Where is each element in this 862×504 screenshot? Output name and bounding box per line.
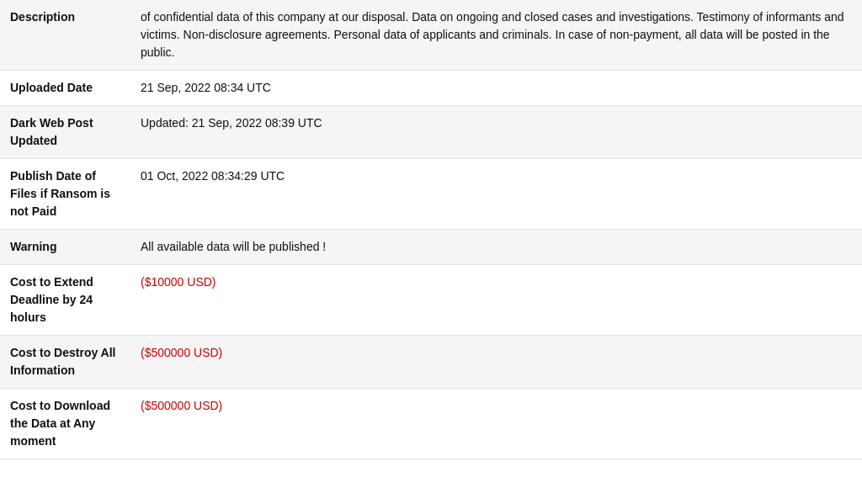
row-label: Cost to Extend Deadline by 24 holurs [0,265,130,336]
row-label: Cost to Download the Data at Any moment [0,389,130,459]
table-row: WarningAll available data will be publis… [0,230,862,265]
row-value: ($500000 USD) [130,389,862,459]
row-value: All available data will be published ! [130,230,862,265]
table-row: Cost to Download the Data at Any moment(… [0,389,862,459]
row-label: Description [0,0,130,71]
row-value: Updated: 21 Sep, 2022 08:39 UTC [130,106,862,159]
table-row: Uploaded Date21 Sep, 2022 08:34 UTC [0,71,862,106]
row-label: Dark Web Post Updated [0,106,130,159]
table-row: Descriptionof confidential data of this … [0,0,862,71]
row-value: ($500000 USD) [130,336,862,389]
table-row: Cost to Extend Deadline by 24 holurs($10… [0,265,862,336]
info-table: Descriptionof confidential data of this … [0,0,862,459]
table-row: Publish Date of Files if Ransom is not P… [0,159,862,230]
table-row: Cost to Destroy All Information($500000 … [0,336,862,389]
row-value: of confidential data of this company at … [130,0,862,71]
row-label: Warning [0,230,130,265]
row-label: Publish Date of Files if Ransom is not P… [0,159,130,230]
table-row: Dark Web Post UpdatedUpdated: 21 Sep, 20… [0,106,862,159]
row-label: Uploaded Date [0,71,130,106]
row-value: 01 Oct, 2022 08:34:29 UTC [130,159,862,230]
row-value: 21 Sep, 2022 08:34 UTC [130,71,862,106]
row-label: Cost to Destroy All Information [0,336,130,389]
row-value: ($10000 USD) [130,265,862,336]
